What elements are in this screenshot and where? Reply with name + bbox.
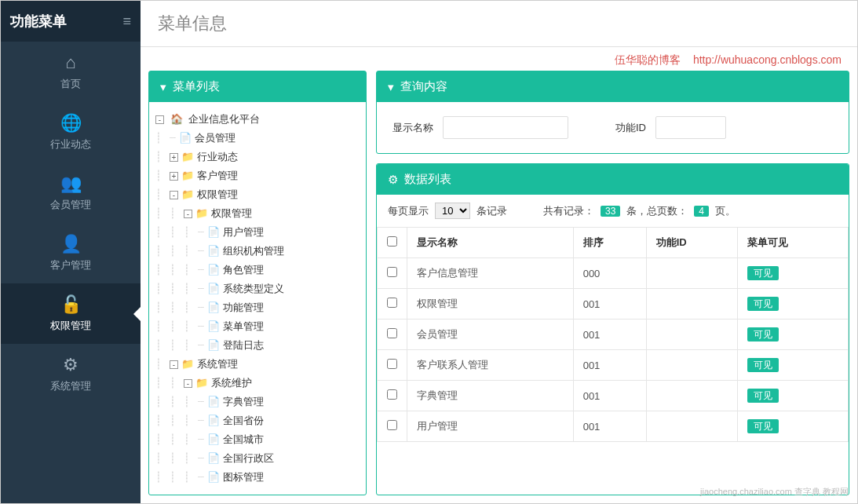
tree-node[interactable]: ┊+📁客户管理 <box>155 166 360 185</box>
watermark-link[interactable]: http://wuhuacong.cnblogs.com <box>693 53 842 66</box>
nav-item-home[interactable]: ⌂ 首页 <box>1 42 141 102</box>
folder-icon: 📁 <box>181 170 194 181</box>
nav-item-members[interactable]: 👥 会员管理 <box>1 163 141 223</box>
tree-panel-title: 菜单列表 <box>173 79 220 94</box>
cell-sort: 001 <box>573 350 646 381</box>
data-panel-title: 数据列表 <box>404 172 451 187</box>
tree-label: 图标管理 <box>223 471 264 483</box>
tree-toggle-icon[interactable]: + <box>170 153 178 162</box>
file-icon: 📄 <box>207 283 220 294</box>
row-checkbox[interactable] <box>387 359 397 369</box>
file-icon: 📄 <box>207 320 220 332</box>
file-icon: 📄 <box>207 415 220 426</box>
col-sort[interactable]: 排序 <box>573 228 646 258</box>
tree-node[interactable]: ┊┊┊┈ 📄全国省份 <box>155 411 360 430</box>
nav-label: 行业动态 <box>50 138 91 150</box>
watermark: 伍华聪的博客 http://wuhuacong.cnblogs.com <box>141 47 857 71</box>
tree-toggle-icon[interactable]: + <box>170 172 178 181</box>
tree-toggle-icon[interactable]: - <box>184 379 192 388</box>
input-display-name[interactable] <box>443 116 568 139</box>
row-checkbox[interactable] <box>387 298 397 308</box>
tree-node[interactable]: ┊┊┊┈ 📄功能管理 <box>155 298 360 317</box>
pages-post: 页。 <box>715 204 736 218</box>
tree-node[interactable]: ┊+📁行业动态 <box>155 148 360 166</box>
tree-node[interactable]: ┊┊┊┈ 📄系统类型定义 <box>155 279 360 298</box>
total-pre: 共有记录： <box>543 204 594 218</box>
cell-visible: 可见 <box>738 320 849 350</box>
tree-node[interactable]: ┊┊┊┈ 📄字典管理 <box>155 393 360 411</box>
filter-icon: ▾ <box>388 80 394 94</box>
visible-tag: 可见 <box>747 389 779 403</box>
query-panel-header: ▾ 查询内容 <box>377 71 849 102</box>
cell-funcid <box>646 350 738 381</box>
watermark-text: 伍华聪的博客 <box>615 53 681 66</box>
header-checkbox-cell <box>378 228 407 258</box>
tree-node[interactable]: ┊-📁权限管理 <box>155 185 360 204</box>
tree-panel: ▾ 菜单列表 - 🏠 企业信息化平台 ┊┈ 📄会员管理┊+📁行业动态┊+📁客户管… <box>148 71 367 495</box>
cell-name: 客户信息管理 <box>407 258 574 289</box>
tree-node[interactable]: ┊┊┊┈ 📄全国行政区 <box>155 449 360 468</box>
tree-node[interactable]: ┊┊┊┈ 📄组织机构管理 <box>155 242 360 261</box>
tree-label: 全国城市 <box>223 433 264 445</box>
tree-node[interactable]: ┊┊┊┈ 📄登陆日志 <box>155 336 360 355</box>
col-funcid[interactable]: 功能ID <box>646 228 738 258</box>
tree-label: 全国行政区 <box>223 452 274 464</box>
col-name[interactable]: 显示名称 <box>407 228 574 258</box>
nav-label: 首页 <box>60 78 81 89</box>
visible-tag: 可见 <box>747 297 779 311</box>
nav-item-industry[interactable]: 🌐 行业动态 <box>1 102 141 163</box>
tree-node[interactable]: ┊┈ 📄会员管理 <box>155 129 360 148</box>
tree-toggle-icon[interactable]: - <box>170 191 178 199</box>
row-checkbox[interactable] <box>387 328 397 338</box>
nav-item-customers[interactable]: 👤 客户管理 <box>1 223 141 283</box>
sidebar: 功能菜单 ≡ ⌂ 首页 🌐 行业动态 👥 会员管理 👤 客户管理 🔓 权限 <box>1 1 141 503</box>
data-toolbar: 每页显示 10 条记录 共有记录： 33 条，总页数： 4 页。 <box>377 195 849 227</box>
main: 菜单信息 伍华聪的博客 http://wuhuacong.cnblogs.com… <box>141 1 857 503</box>
data-panel: ⚙ 数据列表 每页显示 10 条记录 共有记录： 33 条，总页数： 4 <box>376 163 849 495</box>
tree-node[interactable]: ┊-📁系统管理 <box>155 355 360 374</box>
tree-node[interactable]: ┊┊-📁权限管理 <box>155 204 360 223</box>
nav-item-permissions[interactable]: 🔓 权限管理 <box>1 283 141 344</box>
tree-node[interactable]: ┊┊┊┈ 📄角色管理 <box>155 261 360 279</box>
row-checkbox[interactable] <box>387 389 397 400</box>
cell-sort: 001 <box>573 320 646 350</box>
query-panel-title: 查询内容 <box>400 79 447 94</box>
total-post: 条，总页数： <box>626 204 688 218</box>
tree-node[interactable]: ┊┊┊┈ 📄用户管理 <box>155 223 360 242</box>
tree-node[interactable]: ┊┊-📁系统维护 <box>155 374 360 393</box>
tree-toggle-icon[interactable]: - <box>184 210 192 218</box>
row-checkbox[interactable] <box>387 267 397 277</box>
col-visible[interactable]: 菜单可见 <box>738 228 849 258</box>
file-icon: 📄 <box>207 226 220 238</box>
tree-toggle-icon[interactable]: - <box>170 360 178 369</box>
sidebar-title: 功能菜单 <box>10 12 67 31</box>
tree-label: 权限管理 <box>211 207 252 219</box>
cell-sort: 001 <box>573 289 646 320</box>
tree-label: 会员管理 <box>195 132 235 144</box>
cell-funcid <box>646 320 738 350</box>
tree-toggle-icon[interactable]: - <box>155 115 164 124</box>
form-row-name: 显示名称 <box>392 116 568 139</box>
file-icon: 📄 <box>207 301 220 313</box>
select-all-checkbox[interactable] <box>387 236 397 247</box>
file-icon: 📄 <box>207 339 220 351</box>
file-icon: 📄 <box>207 452 220 464</box>
per-page-select[interactable]: 10 <box>435 203 470 219</box>
table-row: 权限管理 001 可见 <box>378 289 849 320</box>
row-checkbox[interactable] <box>387 420 397 430</box>
cell-visible: 可见 <box>738 411 849 442</box>
hamburger-icon[interactable]: ≡ <box>122 13 131 30</box>
input-func-id[interactable] <box>655 116 726 139</box>
tree-node[interactable]: ┊┊┊┈ 📄全国城市 <box>155 430 360 449</box>
tree-root[interactable]: - 🏠 企业信息化平台 <box>155 110 360 129</box>
visible-tag: 可见 <box>747 358 779 372</box>
nav: ⌂ 首页 🌐 行业动态 👥 会员管理 👤 客户管理 🔓 权限管理 ⚙ 系统管 <box>1 42 141 503</box>
tree-node[interactable]: ┊┊┊┈ 📄菜单管理 <box>155 317 360 336</box>
tree-label: 字典管理 <box>223 396 264 407</box>
tree-label: 全国省份 <box>223 415 264 426</box>
nav-item-system[interactable]: ⚙ 系统管理 <box>1 344 141 404</box>
tree-node[interactable]: ┊┊┊┈ 📄图标管理 <box>155 468 360 487</box>
file-icon: 📄 <box>207 264 220 276</box>
cell-visible: 可见 <box>738 350 849 381</box>
file-icon: 📄 <box>207 245 220 257</box>
